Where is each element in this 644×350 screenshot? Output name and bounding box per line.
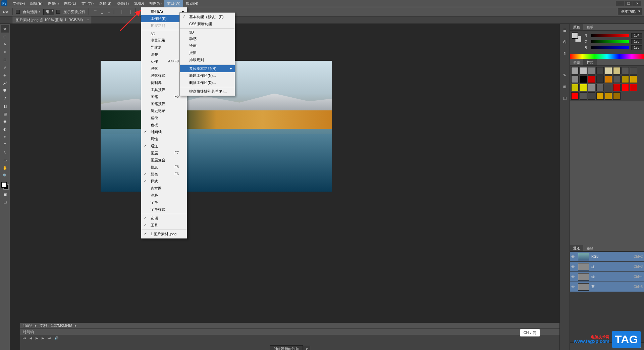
style-swatch[interactable] <box>622 76 629 83</box>
menu-item[interactable]: ✓颜色F6 <box>141 171 187 178</box>
style-swatch[interactable] <box>613 76 621 83</box>
menu-select[interactable]: 选择(S) <box>96 0 114 7</box>
document-tab[interactable]: 图片素材.jpeg @ 100% (图层 1, RGB/8#)× <box>12 16 91 23</box>
style-swatch[interactable] <box>580 76 587 83</box>
zoom-level[interactable]: 100% <box>23 324 32 328</box>
submenu-item[interactable]: 键盘快捷键和菜单(K)... <box>180 88 235 95</box>
channels-tab[interactable]: 通道 <box>570 245 583 251</box>
menu-help[interactable]: 帮助(H) <box>183 0 201 7</box>
menu-item[interactable]: 历史记录 <box>141 107 187 114</box>
menu-item[interactable]: 注释 <box>141 192 187 199</box>
canvas-area[interactable]: 100% ▸ 文档：1.27M/2.54M ▸ 时间轴 ⏮ ◀ ▶ ▶ ⏭ 🔊 … <box>10 24 559 350</box>
menu-item[interactable]: ✓选项 <box>141 215 187 222</box>
crop-tool[interactable]: ⊡ <box>1 56 9 63</box>
ime-indicator[interactable]: CH ♪ 简 <box>520 329 540 337</box>
submenu-item[interactable]: 删除工作区(D)... <box>180 79 235 86</box>
style-swatch[interactable] <box>605 84 612 91</box>
dodge-tool[interactable]: ◐ <box>1 126 9 133</box>
move-tool-icon[interactable]: ▸✥ <box>2 8 9 15</box>
styles-tab[interactable]: 样式 <box>583 59 597 65</box>
close-tab-icon[interactable]: × <box>87 18 89 21</box>
clone-panel-icon[interactable]: ⊞ <box>561 83 569 90</box>
style-swatch[interactable] <box>588 92 595 100</box>
align-left-icon[interactable]: ⎸ <box>112 8 119 15</box>
menu-item[interactable]: 图层F7 <box>141 150 187 157</box>
tl-prev-icon[interactable]: ◀ <box>30 336 32 340</box>
menu-layer[interactable]: 图层(L) <box>61 0 78 7</box>
align-top-icon[interactable]: ⎺ <box>92 8 99 15</box>
style-swatch[interactable] <box>622 84 629 91</box>
style-swatch[interactable] <box>596 76 604 83</box>
style-swatch[interactable] <box>580 84 587 91</box>
menu-item[interactable]: 直方图 <box>141 185 187 192</box>
b-value[interactable]: 178 <box>631 45 642 50</box>
align-right-icon[interactable]: ⎹ <box>125 8 132 15</box>
tl-first-icon[interactable]: ⏮ <box>23 336 26 340</box>
swatches-tab[interactable]: 色板 <box>583 24 597 30</box>
brush-panel-icon[interactable]: ✎ <box>561 71 569 79</box>
menu-item[interactable]: 字符样式 <box>141 206 187 213</box>
type-tool[interactable]: T <box>1 141 9 148</box>
wand-tool[interactable]: ✴ <box>1 48 9 56</box>
eye-icon[interactable]: 👁 <box>571 275 576 279</box>
menu-item[interactable]: 画笔预设 <box>141 100 187 107</box>
style-swatch[interactable] <box>605 67 612 74</box>
menu-item[interactable]: ✓样式 <box>141 178 187 185</box>
channel-row-blue[interactable]: 👁蓝Ctrl+5 <box>570 282 644 292</box>
style-swatch[interactable] <box>571 92 579 100</box>
menu-file[interactable]: 文件(F) <box>10 0 28 7</box>
style-swatch[interactable] <box>571 67 579 74</box>
style-swatch[interactable] <box>580 92 587 100</box>
auto-select-checkbox[interactable] <box>16 10 20 14</box>
style-swatch[interactable] <box>630 84 637 91</box>
submenu-item[interactable]: CS6 新增功能 <box>180 20 235 28</box>
eye-icon[interactable]: 👁 <box>571 285 576 289</box>
align-bottom-icon[interactable]: ⎽ <box>105 8 112 15</box>
style-swatch[interactable] <box>588 76 595 83</box>
heal-tool[interactable]: ✚ <box>1 71 9 79</box>
gradient-tool[interactable]: ▦ <box>1 110 9 117</box>
tl-play-icon[interactable]: ▶ <box>36 336 38 340</box>
style-swatch[interactable] <box>630 76 637 83</box>
move-tool[interactable]: ✥ <box>1 25 9 33</box>
menu-edit[interactable]: 编辑(E) <box>28 0 45 7</box>
menu-view[interactable]: 视图(V) <box>147 0 164 7</box>
workspace-selector[interactable]: 基本功能 <box>618 8 642 15</box>
close-button[interactable]: ✕ <box>633 1 641 6</box>
style-swatch[interactable] <box>596 84 604 91</box>
tl-last-icon[interactable]: ⏭ <box>48 336 51 340</box>
submenu-item[interactable]: 复位基本功能(R)▸ <box>180 65 235 72</box>
style-swatch[interactable] <box>605 76 612 83</box>
pen-tool[interactable]: ✒ <box>1 133 9 141</box>
menu-item[interactable]: 色板 <box>141 121 187 129</box>
quickmask-tool[interactable]: ▣ <box>1 191 9 198</box>
submenu-item[interactable]: 排版规则 <box>180 56 235 63</box>
submenu-item[interactable]: 绘画 <box>180 42 235 49</box>
menu-window[interactable]: 窗口(W) <box>164 0 183 7</box>
style-swatch[interactable] <box>596 67 604 74</box>
r-slider[interactable] <box>591 34 629 37</box>
style-swatch[interactable] <box>613 67 621 74</box>
style-swatch[interactable] <box>613 84 621 91</box>
menu-item[interactable]: ✓通道 <box>141 143 187 150</box>
style-swatch[interactable] <box>622 67 629 74</box>
g-value[interactable]: 178 <box>631 39 642 44</box>
menu-item[interactable]: 字符 <box>141 199 187 206</box>
paragraph-panel-icon[interactable]: ¶ <box>561 49 569 57</box>
timeline-tab[interactable]: 时间轴 <box>23 330 34 335</box>
maximize-button[interactable]: ❐ <box>625 1 633 6</box>
submenu-item[interactable]: 3D <box>180 29 235 35</box>
channel-row-rgb[interactable]: 👁RGBCtrl+2 <box>570 252 644 262</box>
style-swatch[interactable] <box>588 67 595 74</box>
style-swatch[interactable] <box>630 67 637 74</box>
menu-item[interactable]: 属性 <box>141 136 187 143</box>
menu-type[interactable]: 文字(Y) <box>79 0 97 7</box>
blur-tool[interactable]: ◉ <box>1 118 9 125</box>
menu-item[interactable]: 信息F8 <box>141 164 187 171</box>
create-video-timeline-button[interactable]: 创建视频时间轴 <box>270 345 303 350</box>
character-panel-icon[interactable]: A| <box>561 38 569 45</box>
submenu-item[interactable]: 动感 <box>180 35 235 42</box>
color-spectrum[interactable] <box>570 54 644 59</box>
menu-item[interactable]: 图层复合 <box>141 157 187 164</box>
submenu-item[interactable]: 摄影 <box>180 49 235 56</box>
